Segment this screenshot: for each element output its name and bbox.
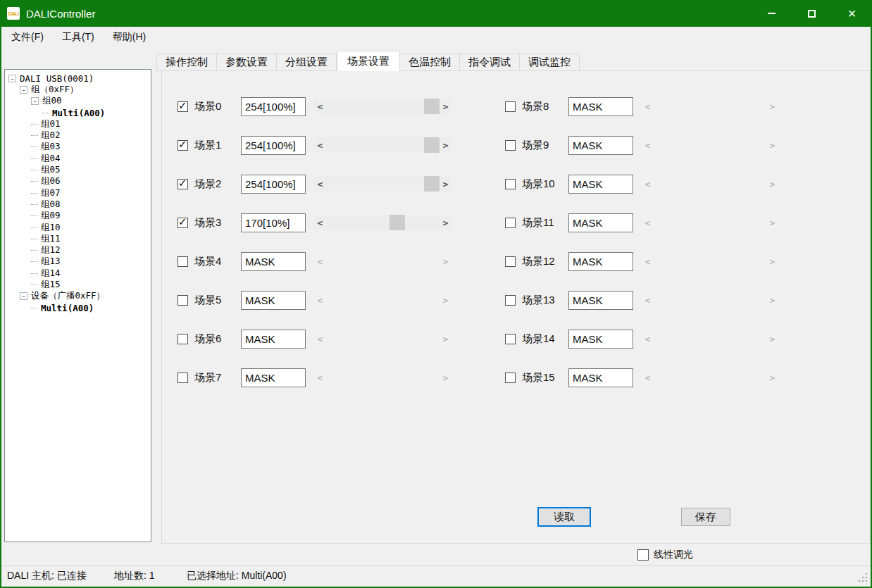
scene-scrollbar[interactable]: <> <box>314 215 451 230</box>
tree-item[interactable]: 组10 <box>5 222 151 233</box>
scene-checkbox[interactable] <box>505 101 516 112</box>
scroll-right-arrow[interactable]: > <box>440 137 451 153</box>
tree-item[interactable]: 组14 <box>5 268 151 279</box>
scene-checkbox[interactable] <box>505 373 516 383</box>
scroll-left-arrow[interactable]: < <box>314 176 326 192</box>
menu-item[interactable]: 工具(T) <box>53 27 104 47</box>
scene-checkbox[interactable]: ✓ <box>177 140 188 151</box>
tree-branch-line <box>31 124 38 125</box>
status-bar: DALI 主机: 已连接 地址数: 1 已选择地址: Multi(A00) <box>1 565 871 585</box>
tree-expander-icon[interactable]: - <box>20 292 27 300</box>
scene-value-input[interactable]: 170[10%] <box>241 213 306 232</box>
scene-value-input[interactable]: MASK <box>241 368 306 387</box>
maximize-button[interactable] <box>792 0 832 27</box>
scene-checkbox[interactable] <box>177 373 188 383</box>
save-button[interactable]: 保存 <box>681 508 730 526</box>
scene-checkbox[interactable]: ✓ <box>177 179 188 189</box>
tree-item[interactable]: 组08 <box>5 199 151 210</box>
scroll-left-arrow[interactable]: < <box>314 137 326 153</box>
read-button[interactable]: 读取 <box>537 507 591 527</box>
scene-value-input[interactable]: MASK <box>241 291 306 310</box>
tree-item[interactable]: 组05 <box>5 164 151 175</box>
scene-value-input[interactable]: MASK <box>568 291 633 310</box>
tab-2[interactable]: 参数设置 <box>217 54 277 71</box>
tab-3[interactable]: 分组设置 <box>277 54 337 71</box>
menu-item[interactable]: 帮助(H) <box>104 27 155 47</box>
tree-expander-icon[interactable]: - <box>8 75 16 82</box>
scene-checkbox[interactable] <box>177 334 188 344</box>
tree-item[interactable]: 组07 <box>5 187 151 199</box>
tree-item[interactable]: 组03 <box>5 142 151 153</box>
scene-checkbox[interactable] <box>505 140 516 151</box>
scroll-left-arrow[interactable]: < <box>314 99 326 114</box>
scene-value-input[interactable]: 254[100%] <box>241 136 306 155</box>
scene-checkbox[interactable] <box>505 295 516 306</box>
tree-item[interactable]: 组09 <box>5 211 151 222</box>
scene-checkbox[interactable]: ✓ <box>177 101 188 112</box>
tree-item-label: 组12 <box>41 244 61 256</box>
tree-item[interactable]: Multi(A00) <box>5 302 151 313</box>
scene-scrollbar[interactable]: <> <box>314 99 451 114</box>
scene-value-input[interactable]: MASK <box>241 252 306 271</box>
scrollbar-thumb[interactable] <box>424 137 440 153</box>
scene-value-input[interactable]: MASK <box>241 330 306 349</box>
tab-7[interactable]: 调试监控 <box>520 54 580 71</box>
tree-item[interactable]: 组13 <box>5 256 151 268</box>
tab-5[interactable]: 色温控制 <box>400 54 460 71</box>
scene-checkbox[interactable] <box>177 256 188 267</box>
tab-6[interactable]: 指令调试 <box>460 54 520 71</box>
scene-value-input[interactable]: MASK <box>568 97 633 116</box>
maximize-icon <box>808 10 816 18</box>
tree-item[interactable]: Multi(A00) <box>5 107 151 118</box>
scene-value-input[interactable]: 254[100%] <box>241 175 306 194</box>
scroll-right-arrow[interactable]: > <box>440 99 451 114</box>
scene-scrollbar[interactable]: <> <box>314 176 451 192</box>
tree-item[interactable]: 组15 <box>5 279 151 290</box>
tree-item[interactable]: 组02 <box>5 130 151 141</box>
tree-item[interactable]: 组04 <box>5 153 151 164</box>
scene-checkbox[interactable] <box>177 295 188 306</box>
scene-row: 场景5MASK<> <box>177 290 451 310</box>
tree-item[interactable]: -组（0xFF） <box>5 84 151 95</box>
scene-value-input[interactable]: MASK <box>568 213 633 232</box>
scroll-left-arrow[interactable]: < <box>314 215 326 230</box>
scrollbar-thumb[interactable] <box>390 215 405 230</box>
tree-item[interactable]: 组01 <box>5 118 151 130</box>
tree-item[interactable]: 组06 <box>5 176 151 187</box>
scene-checkbox[interactable] <box>505 179 516 189</box>
scene-checkbox[interactable] <box>505 334 516 344</box>
scene-checkbox[interactable] <box>505 256 516 267</box>
scene-value-input[interactable]: 254[100%] <box>241 97 306 116</box>
tab-4[interactable]: 场景设置 <box>337 51 400 71</box>
tree-item-label: 组15 <box>41 279 61 291</box>
resize-grip-icon[interactable] <box>858 573 867 582</box>
tree-expander-icon[interactable]: - <box>20 86 27 94</box>
tree-expander-icon[interactable]: - <box>31 97 39 105</box>
scroll-right-arrow[interactable]: > <box>440 176 451 192</box>
scroll-left-arrow: < <box>314 254 326 269</box>
scroll-left-arrow: < <box>642 292 654 308</box>
menu-item[interactable]: 文件(F) <box>2 27 53 47</box>
tree-item[interactable]: -DALI USB(0001) <box>5 73 151 84</box>
linear-dimming-checkbox[interactable] <box>637 549 649 561</box>
tree-item[interactable]: -组00 <box>5 96 151 107</box>
minimize-button[interactable] <box>752 0 792 27</box>
scrollbar-thumb[interactable] <box>424 99 440 114</box>
scroll-right-arrow[interactable]: > <box>440 215 451 230</box>
tree-item[interactable]: 组12 <box>5 244 151 256</box>
tree-item[interactable]: -设备（广播0xFF） <box>5 291 151 302</box>
scrollbar-thumb[interactable] <box>424 176 440 192</box>
scene-checkbox[interactable] <box>505 218 516 228</box>
scene-checkbox[interactable]: ✓ <box>177 218 188 228</box>
scene-value-input[interactable]: MASK <box>568 330 633 349</box>
scene-value-input[interactable]: MASK <box>568 368 633 387</box>
tab-1[interactable]: 操作控制 <box>156 54 217 71</box>
scene-value-input[interactable]: MASK <box>568 175 633 194</box>
scene-row: 场景11MASK<> <box>505 213 778 232</box>
scene-scrollbar[interactable]: <> <box>314 137 451 153</box>
check-icon: ✓ <box>178 215 187 228</box>
scene-value-input[interactable]: MASK <box>568 252 633 271</box>
close-button[interactable]: × <box>832 0 872 27</box>
tree-item[interactable]: 组11 <box>5 233 151 244</box>
scene-value-input[interactable]: MASK <box>568 136 633 155</box>
